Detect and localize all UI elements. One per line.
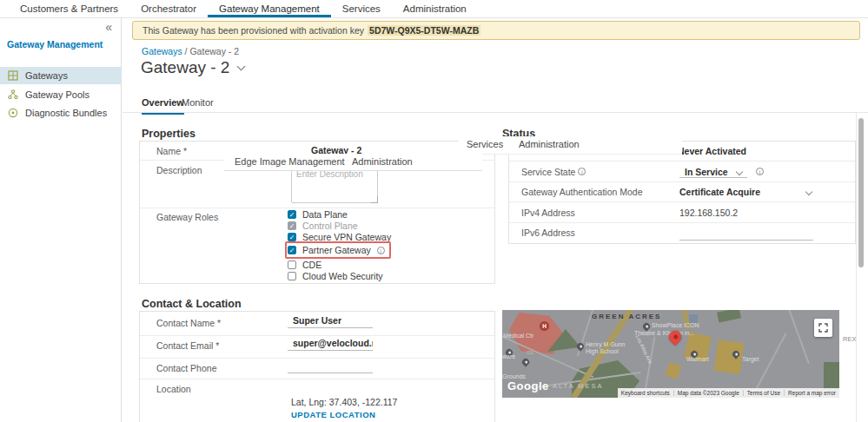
name-label: Name * bbox=[156, 146, 187, 156]
role-label: Partner Gateway bbox=[302, 245, 371, 255]
properties-heading: Properties bbox=[142, 128, 195, 140]
map-poi-pin[interactable] bbox=[520, 357, 530, 366]
breadcrumb-current: Gateway - 2 bbox=[189, 46, 239, 56]
description-label: Description bbox=[156, 165, 202, 175]
map-label-gs: GS bbox=[527, 350, 533, 355]
nav-item-services[interactable]: Services bbox=[331, 0, 392, 17]
breadcrumb-separator: / bbox=[185, 46, 188, 56]
page-title: Gateway - 2 bbox=[141, 58, 244, 77]
sidebar-item-gateway-pools[interactable]: Gateway Pools bbox=[0, 86, 122, 103]
row-divider bbox=[509, 161, 855, 162]
nav-item-customers-partners[interactable]: Customers & Partners bbox=[9, 0, 129, 17]
vertical-scrollbar[interactable] bbox=[858, 118, 864, 267]
map-label-walmart: Walmart bbox=[686, 356, 709, 362]
ghost-menu-administration[interactable]: Administration bbox=[352, 156, 413, 167]
service-state-info-icon[interactable]: i bbox=[578, 168, 586, 175]
map-label-showplace: ShowPlace ICON bbox=[652, 322, 699, 328]
role-cloud-web-security: Cloud Web Security bbox=[288, 271, 383, 281]
row-divider bbox=[509, 201, 855, 202]
role-label: CDE bbox=[302, 260, 321, 270]
map-attribution: Keyboard shortcuts Map data ©2023 Google… bbox=[618, 388, 839, 398]
sidebar-section-title: Gateway Management bbox=[7, 39, 103, 49]
ipv6-input[interactable] bbox=[679, 227, 813, 241]
in-service-info-icon[interactable]: i bbox=[756, 168, 764, 175]
latlng-value: Lat, Lng: 37.403, -122.117 bbox=[291, 397, 397, 407]
keyboard-shortcuts-button[interactable]: Keyboard shortcuts bbox=[618, 390, 673, 396]
sidebar-item-label: Diagnostic Bundles bbox=[25, 108, 107, 118]
sidebar-collapse-icon[interactable]: « bbox=[105, 20, 112, 34]
role-label: Cloud Web Security bbox=[302, 271, 383, 281]
row-divider bbox=[140, 358, 494, 359]
role-label: Data Plane bbox=[302, 209, 348, 220]
breadcrumb: Gateways / Gateway - 2 bbox=[142, 46, 239, 56]
gateway-roles-label: Gateway Roles bbox=[156, 212, 218, 222]
diagnostic-bundles-icon bbox=[8, 108, 18, 118]
ghost-menu-edge-image-management[interactable]: Edge Image Management bbox=[235, 156, 345, 167]
map-building bbox=[714, 340, 745, 374]
nav-item-orchestrator[interactable]: Orchestrator bbox=[129, 0, 208, 17]
map-hospital-marker[interactable]: H bbox=[540, 321, 549, 331]
map-park bbox=[717, 310, 741, 323]
tab-monitor[interactable]: Monitor bbox=[182, 97, 214, 112]
row-divider bbox=[140, 335, 494, 336]
checkbox-cloud-web-security[interactable] bbox=[288, 272, 296, 280]
contact-email-input[interactable] bbox=[288, 338, 373, 351]
service-state-label: Service State i bbox=[521, 167, 586, 177]
map-label-rex: REX bbox=[843, 335, 856, 343]
tabbar-divider bbox=[123, 112, 868, 113]
partner-gateway-info-icon[interactable]: i bbox=[377, 247, 385, 254]
title-chevron-down-icon[interactable] bbox=[237, 62, 246, 70]
service-state-value[interactable]: In Service bbox=[685, 167, 728, 177]
sidebar-item-label: Gateways bbox=[25, 70, 68, 81]
service-state-label-text: Service State bbox=[521, 167, 575, 177]
gateway-auth-mode-value[interactable]: Certificate Acquire bbox=[679, 187, 760, 197]
top-nav: Customers & Partners Orchestrator Gatewa… bbox=[0, 0, 868, 18]
fullscreen-icon bbox=[818, 323, 828, 333]
report-map-error-link[interactable]: Report a map error bbox=[784, 390, 839, 396]
textarea-resize-handle[interactable] bbox=[371, 196, 378, 203]
contact-email-label: Contact Email * bbox=[156, 340, 219, 351]
map-label-green-acres: GREEN ACRES bbox=[592, 313, 661, 320]
map-label-showplace2: Theatre & Kitchen in... bbox=[634, 330, 694, 336]
map-label-gunn2: High School bbox=[586, 348, 619, 354]
checkbox-data-plane[interactable] bbox=[288, 210, 296, 219]
gateway-auth-mode-label: Gateway Authentication Mode bbox=[521, 187, 643, 197]
sidebar-item-gateways[interactable]: Gateways bbox=[0, 67, 122, 84]
map-data-text: Map data ©2023 Google bbox=[673, 390, 743, 396]
checkbox-cde[interactable] bbox=[288, 260, 296, 269]
row-divider bbox=[509, 181, 855, 182]
map-fullscreen-button[interactable] bbox=[814, 319, 832, 337]
dropdown-underline bbox=[679, 177, 747, 178]
ghost-menu-services[interactable]: Services bbox=[467, 139, 503, 149]
contact-phone-input[interactable] bbox=[288, 360, 373, 373]
map-building bbox=[666, 362, 682, 379]
gateway-pools-icon bbox=[8, 89, 18, 100]
sidebar-item-diagnostic-bundles[interactable]: Diagnostic Bundles bbox=[0, 104, 122, 122]
map-road bbox=[787, 310, 810, 364]
banner-text: This Gateway has been provisioned with a… bbox=[142, 25, 364, 36]
map-label-medical-ctr: Medical Ctr bbox=[503, 333, 533, 339]
checkbox-partner-gateway[interactable] bbox=[288, 246, 296, 254]
terms-of-use-link[interactable]: Terms of Use bbox=[743, 390, 784, 396]
sidebar-item-label: Gateway Pools bbox=[25, 89, 89, 100]
map-label-grounds: Grounds bbox=[502, 373, 526, 379]
contact-location-heading: Contact & Location bbox=[142, 298, 242, 310]
breadcrumb-gateways-link[interactable]: Gateways bbox=[142, 46, 182, 56]
nav-item-administration[interactable]: Administration bbox=[392, 0, 478, 17]
contact-name-input[interactable] bbox=[288, 315, 373, 328]
role-cde: CDE bbox=[288, 260, 321, 270]
ghost-menu-strip-a: Services Administration bbox=[459, 136, 682, 155]
role-control-plane: Control Plane bbox=[288, 221, 358, 231]
ghost-menu-administration[interactable]: Administration bbox=[519, 139, 580, 149]
checkbox-secure-vpn-gateway[interactable] bbox=[288, 233, 296, 241]
activation-banner: This Gateway has been provisioned with a… bbox=[132, 21, 860, 40]
sidebar: « Gateway Management Gateways Gateway Po… bbox=[0, 18, 122, 422]
location-label: Location bbox=[156, 384, 191, 394]
row-divider bbox=[140, 208, 494, 208]
map-label-gunn1: Henry M Gunn bbox=[586, 341, 626, 347]
google-logo: Google bbox=[507, 379, 549, 392]
activation-key: 5D7W-Q9X5-DT5W-MAZB bbox=[368, 25, 480, 36]
nav-item-gateway-management[interactable]: Gateway Management bbox=[208, 0, 331, 17]
update-location-link[interactable]: UPDATE LOCATION bbox=[291, 410, 375, 419]
location-map[interactable]: H GREEN ACRES ShowPlace ICON Theatre & K… bbox=[502, 310, 839, 398]
